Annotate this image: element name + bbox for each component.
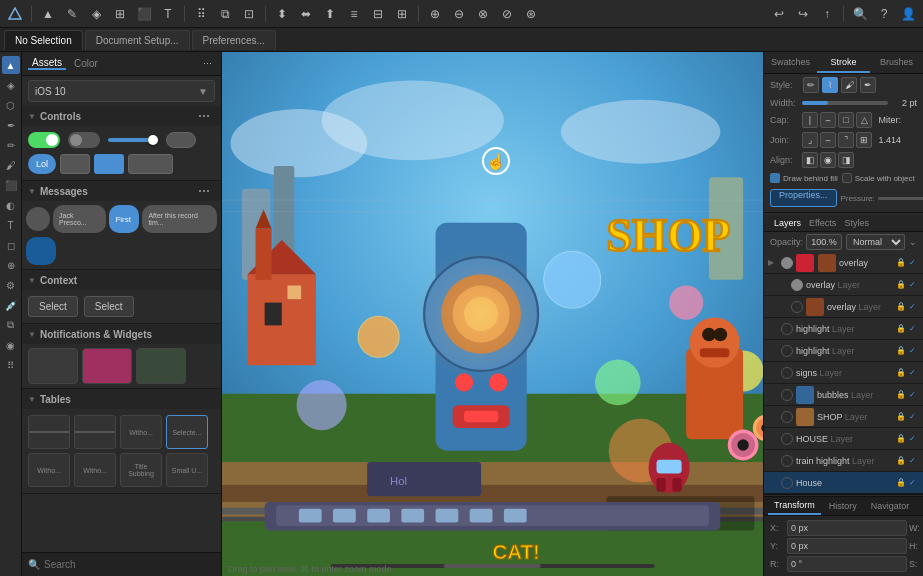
more-align[interactable]: ⊟ bbox=[367, 3, 389, 25]
history-tab[interactable]: History bbox=[823, 497, 863, 515]
expand-icon[interactable]: ▶ bbox=[768, 258, 778, 267]
layer-row-overlay-2[interactable]: overlay Layer 🔒 ✓ bbox=[764, 296, 923, 318]
pressure-slider[interactable] bbox=[878, 197, 923, 200]
swatches-tab[interactable]: Swatches bbox=[764, 52, 817, 73]
table-thumb-selected[interactable]: Selecte... bbox=[166, 415, 208, 449]
pencil-tool[interactable]: ✏ bbox=[2, 136, 20, 154]
assets-tab[interactable]: Assets bbox=[28, 57, 66, 70]
notif-item-1[interactable] bbox=[28, 348, 78, 384]
messages-header[interactable]: ▼ Messages ⋯ bbox=[22, 181, 221, 201]
controls-header[interactable]: ▼ Controls ⋯ bbox=[22, 106, 221, 126]
gradient-tool[interactable]: ◐ bbox=[2, 196, 20, 214]
boolean-int[interactable]: ⊗ bbox=[472, 3, 494, 25]
check-icon-8[interactable]: ✓ bbox=[909, 412, 919, 421]
check-icon-10[interactable]: ✓ bbox=[909, 456, 919, 465]
layer-row-highlight-2[interactable]: highlight Layer 🔒 ✓ bbox=[764, 340, 923, 362]
notif-item-3[interactable] bbox=[136, 348, 186, 384]
layer-vis-6[interactable] bbox=[781, 367, 793, 379]
style-pencil[interactable]: ✏ bbox=[803, 77, 819, 93]
lock-icon-1[interactable]: 🔒 bbox=[896, 258, 906, 267]
context-select-2[interactable]: Select bbox=[84, 296, 134, 317]
node-tool[interactable]: ◈ bbox=[85, 3, 107, 25]
checkbox-draw[interactable] bbox=[770, 173, 780, 183]
pen-tool[interactable]: ✒ bbox=[2, 116, 20, 134]
lock-icon-7[interactable]: 🔒 bbox=[896, 390, 906, 399]
ui-rect-wide[interactable] bbox=[128, 154, 173, 174]
notif-item-2[interactable] bbox=[82, 348, 132, 384]
transform-tool[interactable]: ⧉ bbox=[2, 316, 20, 334]
layer-row-train[interactable]: train highlight Layer 🔒 ✓ bbox=[764, 450, 923, 472]
help[interactable]: ? bbox=[873, 3, 895, 25]
toggle-off[interactable] bbox=[68, 132, 100, 148]
tab-no-selection[interactable]: No Selection bbox=[4, 30, 83, 50]
zoom-tool[interactable]: ⊕ bbox=[2, 256, 20, 274]
layer-row-highlight-1[interactable]: highlight Layer 🔒 ✓ bbox=[764, 318, 923, 340]
color-tab[interactable]: Color bbox=[70, 58, 102, 69]
user[interactable]: 👤 bbox=[897, 3, 919, 25]
check-icon-5[interactable]: ✓ bbox=[909, 346, 919, 355]
align-left[interactable]: ⬍ bbox=[271, 3, 293, 25]
join-extra[interactable]: ⊞ bbox=[856, 132, 872, 148]
table-thumb-witho2[interactable]: Witho... bbox=[28, 453, 70, 487]
search-input[interactable] bbox=[44, 559, 215, 570]
lock-icon-8[interactable]: 🔒 bbox=[896, 412, 906, 421]
lock-icon-10[interactable]: 🔒 bbox=[896, 456, 906, 465]
undo[interactable]: ↩ bbox=[768, 3, 790, 25]
boolean-add[interactable]: ⊕ bbox=[424, 3, 446, 25]
check-icon-1[interactable]: ✓ bbox=[909, 258, 919, 267]
styles-tab[interactable]: Styles bbox=[840, 218, 873, 228]
app-logo[interactable] bbox=[4, 3, 26, 25]
vector-tool[interactable]: ✎ bbox=[61, 3, 83, 25]
align-center[interactable]: ◉ bbox=[820, 152, 836, 168]
layer-row-bubbles[interactable]: bubbles Layer 🔒 ✓ bbox=[764, 384, 923, 406]
toggle-on[interactable] bbox=[28, 132, 60, 148]
properties-button[interactable]: Properties... bbox=[770, 189, 837, 207]
fill-tool[interactable]: ⬛ bbox=[133, 3, 155, 25]
brushes-tab[interactable]: Brushes bbox=[870, 52, 923, 73]
style-marker[interactable]: ✒ bbox=[860, 77, 876, 93]
lock-icon-3[interactable]: 🔒 bbox=[896, 302, 906, 311]
lock-icon-6[interactable]: 🔒 bbox=[896, 368, 906, 377]
table-thumb-title[interactable]: Title Subbing bbox=[120, 453, 162, 487]
context-header[interactable]: ▼ Context bbox=[22, 270, 221, 290]
layer-vis-4[interactable] bbox=[781, 323, 793, 335]
align-center[interactable]: ⬌ bbox=[295, 3, 317, 25]
redo[interactable]: ↪ bbox=[792, 3, 814, 25]
layers-tab[interactable]: Layers bbox=[770, 218, 805, 228]
tables-header[interactable]: ▼ Tables bbox=[22, 389, 221, 409]
lock-icon-11[interactable]: 🔒 bbox=[896, 478, 906, 487]
boolean-div[interactable]: ⊘ bbox=[496, 3, 518, 25]
shape-tool[interactable]: ◻ bbox=[2, 236, 20, 254]
input-y[interactable] bbox=[787, 538, 907, 554]
join-bevel[interactable]: ⌝ bbox=[838, 132, 854, 148]
notifications-header[interactable]: ▼ Notifications & Widgets bbox=[22, 324, 221, 344]
layer-row-overlay-1[interactable]: overlay Layer 🔒 ✓ bbox=[764, 274, 923, 296]
cap-round[interactable]: ⌢ bbox=[820, 112, 836, 128]
node-tool[interactable]: ◈ bbox=[2, 76, 20, 94]
check-icon-11[interactable]: ✓ bbox=[909, 478, 919, 487]
check-icon-7[interactable]: ✓ bbox=[909, 390, 919, 399]
join-miter[interactable]: ⌟ bbox=[802, 132, 818, 148]
controls-menu[interactable]: ⋯ bbox=[193, 106, 215, 127]
context-select-1[interactable]: Select bbox=[28, 296, 78, 317]
check-icon-6[interactable]: ✓ bbox=[909, 368, 919, 377]
style-vector[interactable]: ⌇ bbox=[822, 77, 838, 93]
layer-vis-11[interactable] bbox=[781, 477, 793, 489]
canvas-scroll-thumb[interactable] bbox=[444, 564, 541, 568]
search[interactable]: 🔍 bbox=[849, 3, 871, 25]
layer-vis-3[interactable] bbox=[791, 301, 803, 313]
assets-dropdown[interactable]: iOS 10 ▼ bbox=[28, 80, 215, 102]
layer-row-house-2[interactable]: House 🔒 ✓ bbox=[764, 472, 923, 494]
transform-tool[interactable]: ⧉ bbox=[214, 3, 236, 25]
crop-tool[interactable]: ⊞ bbox=[109, 3, 131, 25]
boolean-xor[interactable]: ⊛ bbox=[520, 3, 542, 25]
canvas-area[interactable]: SHOP bbox=[222, 52, 763, 576]
view-tool[interactable]: ◉ bbox=[2, 336, 20, 354]
scale-with-object[interactable]: Scale with object bbox=[842, 173, 915, 183]
input-r[interactable] bbox=[787, 556, 907, 572]
check-icon-4[interactable]: ✓ bbox=[909, 324, 919, 333]
layer-vis-2[interactable] bbox=[791, 279, 803, 291]
align-inner[interactable]: ◧ bbox=[802, 152, 818, 168]
navigator-tab[interactable]: Navigator bbox=[865, 497, 916, 515]
align-right[interactable]: ⬆ bbox=[319, 3, 341, 25]
